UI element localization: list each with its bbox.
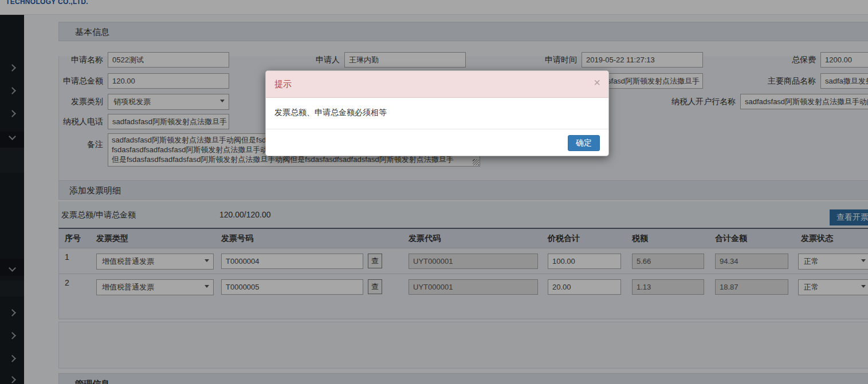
modal-body: 发票总额、申请总金额必须相等 [266,98,608,129]
modal-backdrop [0,0,868,384]
modal-message: 发票总额、申请总金额必须相等 [274,108,387,118]
modal-title: 提示 [274,79,292,90]
close-icon[interactable]: × [594,77,600,88]
ok-button[interactable]: 确定 [568,135,600,151]
modal-footer: 确定 [266,129,608,156]
alert-modal: 提示 × 发票总额、申请总金额必须相等 确定 [265,70,609,156]
app-page: TECHNOLOGY CO.,LTD. 基本信息 申请名称 0522测试 申请人… [0,0,868,384]
modal-header: 提示 × [266,71,608,98]
